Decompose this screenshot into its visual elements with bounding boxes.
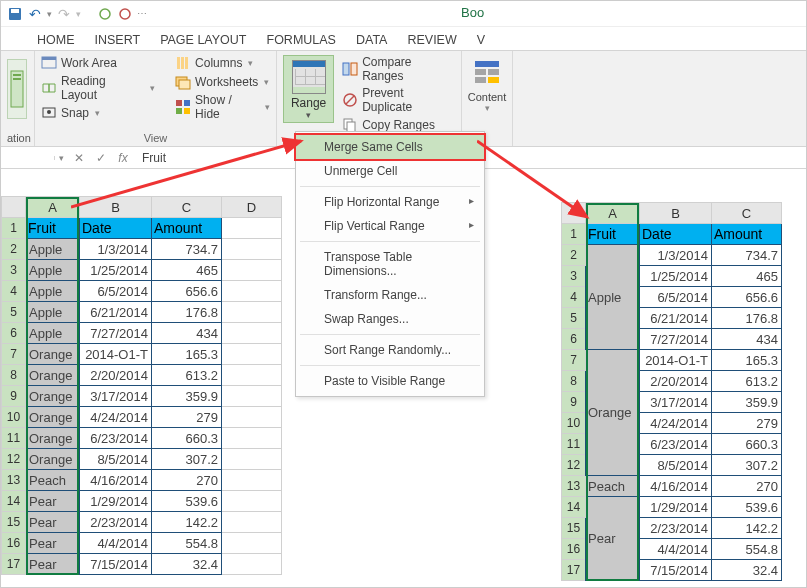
row-header[interactable]: 5: [2, 302, 26, 323]
cell-date[interactable]: 3/17/2014: [80, 386, 152, 407]
row-header[interactable]: 11: [2, 428, 26, 449]
cell-date[interactable]: 3/17/2014: [640, 392, 712, 413]
header-amount[interactable]: Amount: [712, 224, 782, 245]
cell-date[interactable]: 4/24/2014: [80, 407, 152, 428]
cell-amount[interactable]: 554.8: [712, 539, 782, 560]
cell-date[interactable]: 8/5/2014: [640, 455, 712, 476]
cell-fruit[interactable]: Orange: [26, 344, 80, 365]
cell-date[interactable]: 7/15/2014: [640, 560, 712, 581]
circle-red-icon[interactable]: [117, 6, 133, 22]
cell-fruit[interactable]: Apple: [26, 281, 80, 302]
cell-amount[interactable]: 279: [152, 407, 222, 428]
cell-fruit[interactable]: Peach: [26, 470, 80, 491]
cell-date[interactable]: 1/29/2014: [640, 497, 712, 518]
cell-amount[interactable]: 270: [712, 476, 782, 497]
work-area-button[interactable]: Work Area: [41, 55, 155, 71]
cell[interactable]: [222, 512, 282, 533]
cell-fruit-merged[interactable]: Peach: [586, 476, 640, 497]
cell-date[interactable]: 6/5/2014: [640, 287, 712, 308]
row-header[interactable]: 6: [2, 323, 26, 344]
tab-formulas[interactable]: FORMULAS: [267, 31, 336, 50]
col-header-a[interactable]: A: [26, 197, 80, 218]
cell-date[interactable]: 1/25/2014: [640, 266, 712, 287]
cell-fruit[interactable]: Orange: [26, 449, 80, 470]
menu-unmerge-cell[interactable]: Unmerge Cell: [296, 159, 484, 183]
cell-date[interactable]: 8/5/2014: [80, 449, 152, 470]
cell-date[interactable]: 7/27/2014: [80, 323, 152, 344]
cell-date[interactable]: 2/20/2014: [640, 371, 712, 392]
menu-flip-horizontal[interactable]: Flip Horizontal Range: [296, 190, 484, 214]
select-all-corner[interactable]: [2, 197, 26, 218]
cell-date[interactable]: 2014-O1-T: [640, 350, 712, 371]
cell-amount[interactable]: 734.7: [712, 245, 782, 266]
cell-date[interactable]: 1/25/2014: [80, 260, 152, 281]
cell[interactable]: [222, 281, 282, 302]
row-header[interactable]: 3: [562, 266, 586, 287]
cell-date[interactable]: 7/27/2014: [640, 329, 712, 350]
cell-amount[interactable]: 176.8: [152, 302, 222, 323]
cell-amount[interactable]: 434: [152, 323, 222, 344]
tab-pagelayout[interactable]: PAGE LAYOUT: [160, 31, 246, 50]
row-header[interactable]: 4: [562, 287, 586, 308]
cell-fruit[interactable]: Pear: [26, 554, 80, 575]
worksheets-button[interactable]: Worksheets▾: [175, 74, 270, 90]
cell-amount[interactable]: 660.3: [712, 434, 782, 455]
cell-amount[interactable]: 32.4: [712, 560, 782, 581]
menu-sort-random[interactable]: Sort Range Randomly...: [296, 338, 484, 362]
select-all-corner[interactable]: [562, 203, 586, 224]
row-header[interactable]: 4: [2, 281, 26, 302]
cell-date[interactable]: 2/23/2014: [80, 512, 152, 533]
cell[interactable]: [222, 470, 282, 491]
col-header-c[interactable]: C: [712, 203, 782, 224]
cell-amount[interactable]: 359.9: [712, 392, 782, 413]
cell-amount[interactable]: 554.8: [152, 533, 222, 554]
cell[interactable]: [222, 323, 282, 344]
cell-amount[interactable]: 613.2: [152, 365, 222, 386]
accept-formula-icon[interactable]: ✓: [90, 151, 112, 165]
menu-merge-same-cells[interactable]: Merge Same Cells: [294, 133, 486, 161]
fx-icon[interactable]: fx: [112, 151, 134, 165]
menu-paste-visible[interactable]: Paste to Visible Range: [296, 369, 484, 393]
row-header[interactable]: 9: [562, 392, 586, 413]
redo-split[interactable]: ▾: [76, 9, 81, 19]
cell-date[interactable]: 4/4/2014: [80, 533, 152, 554]
cell-date[interactable]: 4/24/2014: [640, 413, 712, 434]
header-date[interactable]: Date: [640, 224, 712, 245]
row-header[interactable]: 10: [2, 407, 26, 428]
tab-home[interactable]: HOME: [37, 31, 75, 50]
undo-icon[interactable]: ↶: [27, 6, 43, 22]
row-header[interactable]: 8: [562, 371, 586, 392]
cell-fruit[interactable]: Apple: [26, 323, 80, 344]
row-header[interactable]: 12: [562, 455, 586, 476]
range-button[interactable]: Range ▾: [283, 55, 334, 123]
cell-amount[interactable]: 307.2: [152, 449, 222, 470]
cell-date[interactable]: 2/23/2014: [640, 518, 712, 539]
cell-amount[interactable]: 656.6: [152, 281, 222, 302]
cell-amount[interactable]: 465: [712, 266, 782, 287]
show-hide-button[interactable]: Show / Hide▾: [175, 93, 270, 121]
cell[interactable]: [222, 386, 282, 407]
cell-amount[interactable]: 359.9: [152, 386, 222, 407]
columns-button[interactable]: Columns▾: [175, 55, 270, 71]
redo-icon[interactable]: ↷: [56, 6, 72, 22]
cell[interactable]: [222, 260, 282, 281]
row-header[interactable]: 16: [2, 533, 26, 554]
cell-amount[interactable]: 539.6: [712, 497, 782, 518]
cell-fruit[interactable]: Apple: [26, 302, 80, 323]
col-header-b[interactable]: B: [80, 197, 152, 218]
cell[interactable]: [222, 344, 282, 365]
cell[interactable]: [222, 533, 282, 554]
cell-amount[interactable]: 434: [712, 329, 782, 350]
row-header[interactable]: 7: [562, 350, 586, 371]
row-header[interactable]: 1: [2, 218, 26, 239]
cell-date[interactable]: 1/3/2014: [640, 245, 712, 266]
row-header[interactable]: 3: [2, 260, 26, 281]
tab-insert[interactable]: INSERT: [95, 31, 141, 50]
cell[interactable]: [222, 407, 282, 428]
header-amount[interactable]: Amount: [152, 218, 222, 239]
save-icon[interactable]: [7, 6, 23, 22]
navigation-pane-button[interactable]: [7, 59, 27, 119]
cell-date[interactable]: 6/5/2014: [80, 281, 152, 302]
compare-ranges-button[interactable]: Compare Ranges: [342, 55, 455, 83]
reading-layout-button[interactable]: Reading Layout▾: [41, 74, 155, 102]
